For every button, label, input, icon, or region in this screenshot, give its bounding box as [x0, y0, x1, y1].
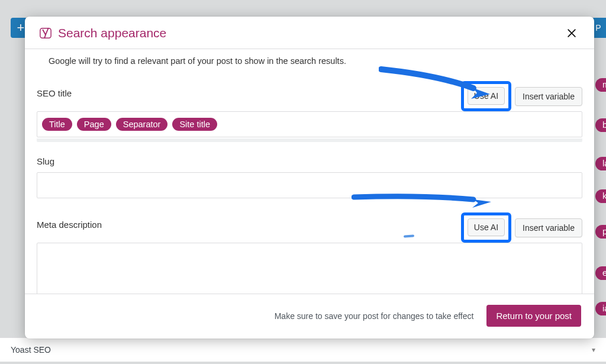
yoast-seo-panel-header[interactable]: Yoast SEO ▾	[0, 337, 606, 362]
search-appearance-modal: Search appearance Google will try to fin…	[25, 17, 594, 339]
seo-title-header: SEO title Use AI Insert variable	[37, 81, 582, 111]
close-button[interactable]	[563, 25, 580, 41]
publish-label: P	[595, 23, 601, 33]
slug-label: Slug	[37, 156, 54, 172]
seo-title-label: SEO title	[37, 88, 72, 104]
modal-footer: Make sure to save your post for changes …	[25, 294, 594, 339]
variable-chip-site-title[interactable]: Site title	[172, 118, 217, 131]
yoast-logo-icon	[39, 27, 52, 40]
insert-variable-seo-title-button[interactable]: Insert variable	[515, 87, 582, 106]
use-ai-meta-desc-button[interactable]: Use AI	[468, 218, 505, 236]
highlight-box-seo-title: Use AI	[461, 81, 511, 111]
slug-field-wrapper	[37, 172, 582, 198]
slug-input[interactable]	[42, 176, 577, 194]
modal-body: Google will try to find a relevant part …	[25, 49, 594, 294]
sidebar-fragment: m S	[595, 78, 606, 92]
footer-hint: Make sure to save your post for changes …	[275, 311, 474, 321]
variable-chip-page[interactable]: Page	[77, 118, 111, 131]
panel-title: Yoast SEO	[11, 345, 51, 355]
sidebar-fragment: ear	[595, 266, 606, 280]
highlight-box-meta-desc: Use AI	[461, 212, 511, 243]
modal-title: Search appearance	[58, 26, 166, 40]
modal-header: Search appearance	[25, 17, 594, 49]
editor-sidebar-clip: m S bilit late king perf ear ia a	[595, 71, 606, 364]
return-to-post-button[interactable]: Return to your post	[486, 305, 581, 327]
helper-text: Google will try to find a relevant part …	[37, 56, 582, 79]
slug-header: Slug	[37, 156, 582, 172]
seo-title-field[interactable]: Title Page Separator Site title	[37, 111, 582, 137]
use-ai-seo-title-button[interactable]: Use AI	[468, 87, 505, 105]
svg-rect-0	[40, 28, 51, 38]
insert-variable-meta-desc-button[interactable]: Insert variable	[515, 218, 582, 237]
sidebar-fragment: ia a	[595, 302, 606, 315]
chevron-down-icon: ▾	[592, 346, 595, 354]
sidebar-fragment: perf	[595, 225, 606, 239]
meta-description-header: Meta description Use AI Insert variable	[37, 212, 582, 243]
meta-description-field[interactable]	[37, 243, 582, 294]
sidebar-fragment: king	[595, 189, 606, 203]
sidebar-fragment: bilit	[595, 118, 606, 132]
variable-chip-separator[interactable]: Separator	[116, 118, 168, 131]
sidebar-fragment: late	[595, 157, 606, 170]
close-icon	[566, 27, 578, 39]
plus-icon: +	[17, 20, 25, 36]
meta-description-label: Meta description	[37, 220, 102, 236]
variable-chip-title[interactable]: Title	[42, 118, 72, 131]
